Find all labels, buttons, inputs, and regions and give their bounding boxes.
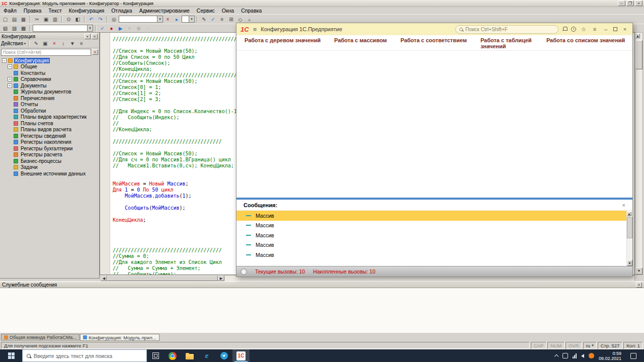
print-icon[interactable]: ⊙ [64,16,73,23]
editor-vertical-scrollbar[interactable]: ▲ ▼ [635,32,643,275]
language-dropdown-icon[interactable]: ▾ [592,343,594,347]
sort-action-icon[interactable]: ▼ [68,40,76,47]
scroll-left-icon[interactable]: ◀ [101,276,107,281]
open-icon[interactable]: ▤ [10,16,19,23]
tree-item[interactable]: −Конфигурация [0,57,99,64]
performance-indicator-icon[interactable] [240,268,247,275]
copy-action-icon[interactable]: ▣ [41,40,49,47]
tree-item[interactable]: +Документы [0,82,99,89]
actions-dropdown-icon[interactable]: ▾ [24,42,26,46]
tree-item[interactable]: Планы видов расчета [0,127,99,133]
tree-item[interactable]: Регистры накопления [0,139,99,146]
expand-icon[interactable]: + [8,77,12,81]
section-tab[interactable]: Работа с таблицей значений [480,37,533,50]
up-icon[interactable]: ▲ [245,16,254,23]
combobox-dropdown-icon[interactable]: ▾ [157,16,163,22]
check-icon[interactable]: ✓ [209,16,217,23]
hamburger-menu-icon[interactable]: ≡ [253,26,257,33]
circle-icon[interactable]: ◌ [143,25,152,32]
message-row[interactable]: Массив [236,230,632,240]
format-icon[interactable]: ≈ [125,25,134,32]
redo-icon[interactable]: ↷ [96,16,105,23]
tray-app-icon[interactable] [562,353,568,358]
edit-icon[interactable]: ✎ [200,16,208,23]
tree-item[interactable]: Регистры сведений [0,133,99,139]
scroll-down-icon[interactable]: ▼ [627,260,632,266]
expand-icon[interactable]: + [8,64,12,69]
menu-item-Текст[interactable]: Текст [45,7,65,14]
save-icon[interactable]: ▦ [19,16,28,23]
tree-item[interactable]: Задачи [0,164,99,171]
stop-icon[interactable]: ⊗ [134,25,143,32]
taskbar-app-explorer[interactable] [181,349,198,362]
section-tab[interactable]: Работа с соответствием [400,37,467,50]
enterprise-content-area[interactable] [236,51,632,198]
tree-item[interactable]: Бизнес-процессы [0,158,99,164]
actions-menu-button[interactable]: Действия [1,41,23,46]
menu-item-Сервис[interactable]: Сервис [193,7,218,14]
list-icon[interactable]: ≡ [218,16,226,23]
tree-item[interactable]: +Общие [0,64,99,70]
template-icon[interactable]: ▩ [19,25,28,32]
close-button[interactable]: × [635,1,642,6]
message-row[interactable]: Массив [236,211,632,221]
tree-item[interactable]: Внешние источники данных [0,170,99,177]
procedures-combobox[interactable]: ▾ [33,25,93,32]
breakpoint-icon[interactable]: ● [107,25,116,32]
paste-icon[interactable]: ▥ [51,16,59,23]
language-indicator[interactable]: ru ▾ [583,342,597,349]
close-panel-icon[interactable]: × [92,34,98,39]
taskbar-app-app-blue[interactable] [215,349,232,362]
onec-tray-icon[interactable] [589,353,594,358]
find-icon[interactable]: ◎ [110,16,118,23]
enterprise-maximize-button[interactable] [613,27,617,31]
collapse-icon[interactable]: − [2,58,7,63]
combobox-dropdown-icon[interactable]: ▾ [189,16,194,22]
diamond-icon[interactable]: ◇ [236,16,245,23]
volume-icon[interactable] [581,354,584,358]
procedures-icon[interactable]: ▨ [10,25,19,32]
enterprise-search-input[interactable]: Поиск Ctrl+Shift+F [455,25,558,34]
filter-action-icon[interactable]: ≡ [77,40,86,47]
menu-item-Справка[interactable]: Справка [237,7,265,14]
tree-item[interactable]: Перечисления [0,95,99,102]
taskbar-app-chrome[interactable] [164,349,181,362]
config-search-input[interactable]: Поиск (Ctrl+Alt+M) [1,49,91,56]
functions-menu-icon[interactable]: ≡ [591,26,598,32]
message-row[interactable]: Массив [236,221,632,231]
tree-item[interactable]: Обработки [0,108,99,114]
new-icon[interactable]: ▢ [1,16,10,23]
start-debug-icon[interactable]: ▶ [116,25,125,32]
config-search-clear-icon[interactable]: × [92,49,98,55]
tree-item[interactable]: +Справочники [0,76,99,83]
maximize-button[interactable]: ❒ [626,1,634,6]
copy-icon[interactable]: ▣ [42,16,50,23]
scroll-thumb[interactable] [107,276,218,281]
tree-item[interactable]: Отчеты [0,102,99,108]
move-action-icon[interactable]: ↕ [59,40,67,47]
preview-icon[interactable]: ◧ [73,16,82,23]
delete-action-icon[interactable]: × [50,40,58,47]
scroll-thumb[interactable] [635,40,642,69]
document-tab[interactable]: Общая команда РаботаСМа... [1,334,79,340]
section-tab[interactable]: Работа со списком значений [546,37,625,50]
undo-icon[interactable]: ↶ [87,16,96,23]
task-view-button[interactable] [147,349,164,362]
taskbar-clock[interactable]: 0:59 09.02.2021 [599,351,621,361]
scroll-up-icon[interactable]: ▲ [635,34,640,38]
menu-item-Окна[interactable]: Окна [218,7,237,14]
taskbar-search-input[interactable]: Введите здесь текст для поиска [22,349,147,362]
menu-item-Конфигурация[interactable]: Конфигурация [65,7,108,14]
history-clock-icon[interactable] [571,27,576,32]
tree-item[interactable]: Регистры расчета [0,152,99,158]
enterprise-close-button[interactable]: × [621,26,628,32]
taskbar-app-edge[interactable]: e [198,349,215,362]
cut-icon[interactable]: ✂ [33,16,41,23]
tree-item[interactable]: Планы счетов [0,120,99,127]
syntax-check-icon[interactable]: ✓ [98,25,107,32]
menu-item-Правка[interactable]: Правка [20,7,45,14]
menu-item-Администрирование[interactable]: Администрирование [136,7,193,14]
messages-scrollbar[interactable]: ▲ ▼ [626,211,632,266]
section-tab[interactable]: Работа с деревом значений [245,37,320,50]
zoom-combobox[interactable]: ▾ [182,16,195,23]
